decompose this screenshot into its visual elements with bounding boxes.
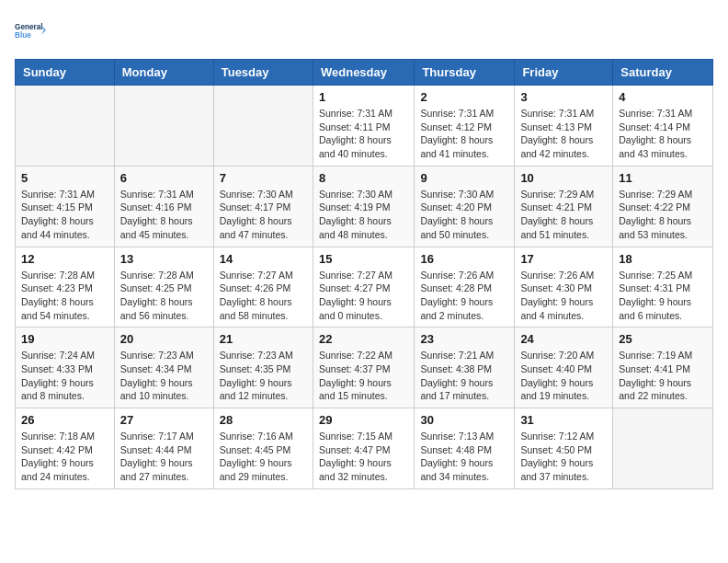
day-number: 16	[420, 252, 508, 266]
calendar-cell-3-2: 21Sunrise: 7:23 AMSunset: 4:35 PMDayligh…	[213, 327, 313, 408]
day-number: 24	[520, 332, 607, 346]
day-info: Sunrise: 7:28 AMSunset: 4:25 PMDaylight:…	[120, 269, 208, 323]
calendar-cell-0-4: 2Sunrise: 7:31 AMSunset: 4:12 PMDaylight…	[415, 86, 515, 167]
day-number: 14	[220, 252, 307, 266]
calendar-cell-3-0: 19Sunrise: 7:24 AMSunset: 4:33 PMDayligh…	[16, 327, 115, 408]
calendar-cell-2-4: 16Sunrise: 7:26 AMSunset: 4:28 PMDayligh…	[415, 247, 515, 327]
day-number: 29	[319, 413, 408, 427]
day-info: Sunrise: 7:30 AMSunset: 4:17 PMDaylight:…	[220, 188, 307, 242]
day-number: 15	[319, 252, 408, 266]
day-number: 26	[21, 413, 108, 427]
day-number: 31	[520, 413, 607, 427]
calendar-cell-3-6: 25Sunrise: 7:19 AMSunset: 4:41 PMDayligh…	[613, 327, 713, 408]
weekday-header-row: SundayMondayTuesdayWednesdayThursdayFrid…	[16, 60, 713, 86]
day-number: 22	[319, 332, 408, 346]
day-info: Sunrise: 7:28 AMSunset: 4:23 PMDaylight:…	[21, 269, 108, 323]
calendar-cell-4-3: 29Sunrise: 7:15 AMSunset: 4:47 PMDayligh…	[313, 408, 414, 489]
day-info: Sunrise: 7:31 AMSunset: 4:14 PMDaylight:…	[619, 107, 707, 161]
day-info: Sunrise: 7:16 AMSunset: 4:45 PMDaylight:…	[220, 430, 307, 484]
day-info: Sunrise: 7:31 AMSunset: 4:13 PMDaylight:…	[520, 107, 607, 161]
calendar-cell-1-3: 8Sunrise: 7:30 AMSunset: 4:19 PMDaylight…	[313, 166, 414, 247]
day-number: 28	[220, 413, 307, 427]
day-number: 5	[21, 171, 108, 185]
day-info: Sunrise: 7:26 AMSunset: 4:30 PMDaylight:…	[520, 269, 607, 323]
calendar-cell-0-0	[16, 86, 115, 167]
svg-text:General: General	[15, 23, 43, 31]
header-wednesday: Wednesday	[313, 60, 414, 86]
day-number: 13	[120, 252, 208, 266]
calendar-cell-4-0: 26Sunrise: 7:18 AMSunset: 4:42 PMDayligh…	[16, 408, 115, 489]
day-number: 9	[420, 171, 508, 185]
page-header: GeneralBlue	[15, 15, 713, 48]
week-row-1: 1Sunrise: 7:31 AMSunset: 4:11 PMDaylight…	[16, 86, 713, 167]
day-info: Sunrise: 7:17 AMSunset: 4:44 PMDaylight:…	[120, 430, 208, 484]
calendar-cell-0-1	[114, 86, 213, 167]
svg-text:Blue: Blue	[15, 31, 31, 40]
calendar-cell-1-0: 5Sunrise: 7:31 AMSunset: 4:15 PMDaylight…	[16, 166, 115, 247]
day-info: Sunrise: 7:30 AMSunset: 4:19 PMDaylight:…	[319, 188, 408, 242]
calendar-cell-1-1: 6Sunrise: 7:31 AMSunset: 4:16 PMDaylight…	[114, 166, 213, 247]
header-friday: Friday	[515, 60, 613, 86]
day-info: Sunrise: 7:29 AMSunset: 4:21 PMDaylight:…	[520, 188, 607, 242]
calendar-cell-2-2: 14Sunrise: 7:27 AMSunset: 4:26 PMDayligh…	[213, 247, 313, 327]
day-info: Sunrise: 7:12 AMSunset: 4:50 PMDaylight:…	[520, 430, 607, 484]
day-number: 1	[319, 90, 408, 104]
day-number: 3	[520, 90, 607, 104]
day-info: Sunrise: 7:30 AMSunset: 4:20 PMDaylight:…	[420, 188, 508, 242]
day-number: 11	[619, 171, 707, 185]
day-info: Sunrise: 7:31 AMSunset: 4:16 PMDaylight:…	[120, 188, 208, 242]
calendar-cell-3-4: 23Sunrise: 7:21 AMSunset: 4:38 PMDayligh…	[415, 327, 515, 408]
day-info: Sunrise: 7:22 AMSunset: 4:37 PMDaylight:…	[319, 349, 408, 403]
week-row-3: 12Sunrise: 7:28 AMSunset: 4:23 PMDayligh…	[16, 247, 713, 327]
day-info: Sunrise: 7:23 AMSunset: 4:35 PMDaylight:…	[220, 349, 307, 403]
day-number: 17	[520, 252, 607, 266]
day-number: 27	[120, 413, 208, 427]
calendar-cell-4-6	[613, 408, 713, 489]
day-number: 6	[120, 171, 208, 185]
week-row-4: 19Sunrise: 7:24 AMSunset: 4:33 PMDayligh…	[16, 327, 713, 408]
day-info: Sunrise: 7:21 AMSunset: 4:38 PMDaylight:…	[420, 349, 508, 403]
day-number: 20	[120, 332, 208, 346]
week-row-2: 5Sunrise: 7:31 AMSunset: 4:15 PMDaylight…	[16, 166, 713, 247]
calendar-cell-1-4: 9Sunrise: 7:30 AMSunset: 4:20 PMDaylight…	[415, 166, 515, 247]
day-number: 18	[619, 252, 707, 266]
calendar-cell-3-5: 24Sunrise: 7:20 AMSunset: 4:40 PMDayligh…	[515, 327, 613, 408]
day-number: 7	[220, 171, 307, 185]
calendar-cell-2-1: 13Sunrise: 7:28 AMSunset: 4:25 PMDayligh…	[114, 247, 213, 327]
day-info: Sunrise: 7:15 AMSunset: 4:47 PMDaylight:…	[319, 430, 408, 484]
calendar-cell-0-5: 3Sunrise: 7:31 AMSunset: 4:13 PMDaylight…	[515, 86, 613, 167]
logo-icon: GeneralBlue	[15, 15, 48, 48]
calendar-cell-0-6: 4Sunrise: 7:31 AMSunset: 4:14 PMDaylight…	[613, 86, 713, 167]
day-number: 21	[220, 332, 307, 346]
day-info: Sunrise: 7:24 AMSunset: 4:33 PMDaylight:…	[21, 349, 108, 403]
day-number: 12	[21, 252, 108, 266]
day-number: 8	[319, 171, 408, 185]
day-info: Sunrise: 7:20 AMSunset: 4:40 PMDaylight:…	[520, 349, 607, 403]
header-thursday: Thursday	[415, 60, 515, 86]
calendar-cell-4-2: 28Sunrise: 7:16 AMSunset: 4:45 PMDayligh…	[213, 408, 313, 489]
calendar-table: SundayMondayTuesdayWednesdayThursdayFrid…	[15, 59, 713, 489]
calendar-cell-2-0: 12Sunrise: 7:28 AMSunset: 4:23 PMDayligh…	[16, 247, 115, 327]
day-number: 10	[520, 171, 607, 185]
header-monday: Monday	[114, 60, 213, 86]
calendar-cell-4-1: 27Sunrise: 7:17 AMSunset: 4:44 PMDayligh…	[114, 408, 213, 489]
calendar-cell-2-3: 15Sunrise: 7:27 AMSunset: 4:27 PMDayligh…	[313, 247, 414, 327]
calendar-cell-1-5: 10Sunrise: 7:29 AMSunset: 4:21 PMDayligh…	[515, 166, 613, 247]
header-tuesday: Tuesday	[213, 60, 313, 86]
day-info: Sunrise: 7:13 AMSunset: 4:48 PMDaylight:…	[420, 430, 508, 484]
day-info: Sunrise: 7:25 AMSunset: 4:31 PMDaylight:…	[619, 269, 707, 323]
calendar-cell-2-5: 17Sunrise: 7:26 AMSunset: 4:30 PMDayligh…	[515, 247, 613, 327]
day-info: Sunrise: 7:27 AMSunset: 4:27 PMDaylight:…	[319, 269, 408, 323]
day-number: 19	[21, 332, 108, 346]
day-info: Sunrise: 7:19 AMSunset: 4:41 PMDaylight:…	[619, 349, 707, 403]
week-row-5: 26Sunrise: 7:18 AMSunset: 4:42 PMDayligh…	[16, 408, 713, 489]
calendar-cell-4-4: 30Sunrise: 7:13 AMSunset: 4:48 PMDayligh…	[415, 408, 515, 489]
day-number: 23	[420, 332, 508, 346]
calendar-cell-0-3: 1Sunrise: 7:31 AMSunset: 4:11 PMDaylight…	[313, 86, 414, 167]
day-number: 2	[420, 90, 508, 104]
day-info: Sunrise: 7:29 AMSunset: 4:22 PMDaylight:…	[619, 188, 707, 242]
calendar-cell-4-5: 31Sunrise: 7:12 AMSunset: 4:50 PMDayligh…	[515, 408, 613, 489]
header-sunday: Sunday	[16, 60, 115, 86]
day-info: Sunrise: 7:27 AMSunset: 4:26 PMDaylight:…	[220, 269, 307, 323]
calendar-cell-3-1: 20Sunrise: 7:23 AMSunset: 4:34 PMDayligh…	[114, 327, 213, 408]
